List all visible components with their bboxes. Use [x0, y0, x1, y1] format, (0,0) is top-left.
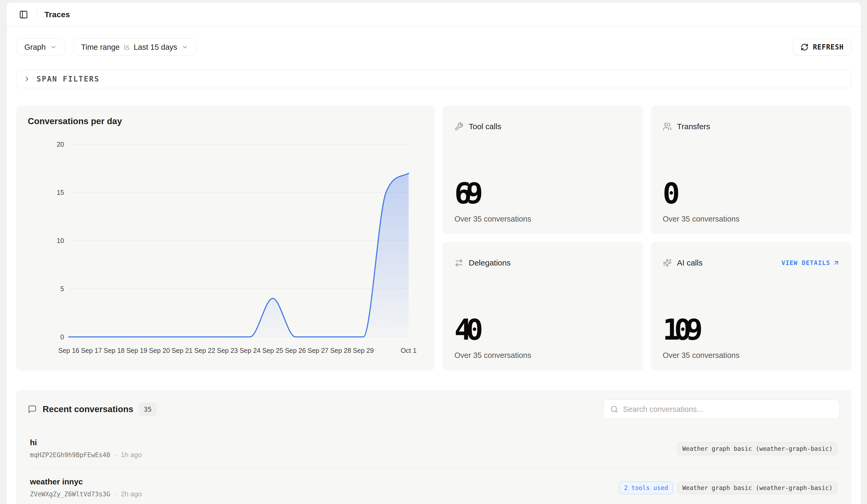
view-details-link[interactable]: VIEW DETAILS — [782, 259, 840, 266]
conversations-per-day-chart: 05101520Sep 16Sep 17Sep 18Sep 19Sep 20Se… — [28, 134, 423, 367]
svg-text:Sep 16: Sep 16 — [58, 347, 79, 354]
svg-text:20: 20 — [57, 141, 64, 148]
header-divider — [37, 9, 38, 20]
conversations-chart-card: Conversations per day 05101520Sep 16Sep … — [16, 106, 435, 370]
chart-title: Conversations per day — [28, 116, 423, 126]
span-filters-toggle[interactable]: SPAN FILTERS — [16, 69, 852, 88]
svg-text:5: 5 — [60, 285, 64, 292]
area-chart-svg: 05101520Sep 16Sep 17Sep 18Sep 19Sep 20Se… — [28, 134, 423, 367]
delegations-card: Delegations 40 Over 35 conversations — [443, 242, 643, 370]
stat-caption: Over 35 conversations — [663, 351, 840, 360]
span-filters-label: SPAN FILTERS — [36, 75, 99, 83]
wrench-icon — [454, 122, 463, 131]
search-conversations-box[interactable] — [603, 399, 840, 419]
svg-text:Sep 25: Sep 25 — [262, 347, 283, 354]
stat-caption: Over 35 conversations — [454, 351, 631, 360]
time-range-operator: is — [124, 43, 129, 52]
svg-text:Sep 22: Sep 22 — [194, 347, 215, 354]
stat-caption: Over 35 conversations — [663, 215, 840, 223]
view-mode-label: Graph — [24, 43, 46, 52]
svg-text:Sep 28: Sep 28 — [330, 347, 351, 354]
stat-value: 69 — [454, 179, 631, 208]
arrow-up-right-icon — [833, 259, 840, 266]
sparkles-icon — [663, 258, 672, 267]
meta-separator: · — [114, 491, 116, 498]
refresh-button[interactable]: REFRESH — [793, 39, 852, 56]
tools-used-tag: 2 tools used — [619, 482, 673, 494]
conversation-row[interactable]: hi mqHZP2EGh9h9BpFEwEs40 · 1h ago Weathe… — [28, 429, 840, 468]
stat-caption: Over 35 conversations — [454, 215, 631, 223]
time-range-field: Time range — [81, 43, 120, 52]
top-header: Traces — [7, 2, 861, 27]
svg-text:Oct 1: Oct 1 — [401, 347, 417, 354]
refresh-label: REFRESH — [813, 43, 844, 51]
stats-grid: Tool calls 69 Over 35 conversations Tran… — [443, 106, 852, 370]
filter-toolbar: Graph Time range is Last 15 days REFRESH — [16, 39, 852, 56]
arrow-right-left-icon — [454, 258, 463, 267]
stat-value: 40 — [454, 315, 631, 344]
conversation-count-badge: 35 — [139, 403, 156, 416]
search-input[interactable] — [623, 405, 833, 414]
svg-text:Sep 17: Sep 17 — [81, 347, 102, 354]
refresh-icon — [801, 43, 809, 51]
recent-conversations-title: Recent conversations — [43, 404, 133, 414]
stat-value: 0 — [663, 179, 840, 208]
stat-value: 109 — [663, 315, 840, 344]
conversation-title: hi — [30, 438, 142, 447]
chevron-right-icon — [23, 75, 31, 83]
svg-text:Sep 29: Sep 29 — [353, 347, 374, 354]
time-range-dropdown[interactable]: Time range is Last 15 days — [73, 39, 197, 56]
tool-calls-card: Tool calls 69 Over 35 conversations — [443, 106, 643, 234]
chevron-down-icon — [50, 44, 57, 51]
view-mode-dropdown[interactable]: Graph — [16, 39, 65, 56]
meta-separator: · — [114, 451, 116, 459]
svg-text:0: 0 — [60, 333, 64, 341]
svg-text:Sep 19: Sep 19 — [126, 347, 147, 354]
svg-text:Sep 27: Sep 27 — [308, 347, 329, 354]
stat-label: Tool calls — [469, 122, 501, 131]
svg-text:10: 10 — [57, 237, 64, 244]
ai-calls-card: AI calls VIEW DETAILS 109 Over 35 conver… — [651, 242, 852, 370]
page-title: Traces — [44, 10, 70, 19]
sidebar-toggle-button[interactable] — [17, 8, 30, 21]
agent-tag: Weather graph basic (weather-graph-basic… — [677, 482, 838, 494]
main-panel: Traces Graph Time range is Last 15 days … — [6, 2, 861, 504]
conversation-time: 1h ago — [121, 451, 142, 459]
conversation-id: mqHZP2EGh9h9BpFEwEs40 — [30, 451, 110, 459]
conversation-list: hi mqHZP2EGh9h9BpFEwEs40 · 1h ago Weathe… — [28, 429, 840, 504]
chevron-down-icon — [182, 44, 189, 51]
transfers-card: Transfers 0 Over 35 conversations — [651, 106, 852, 234]
svg-text:Sep 20: Sep 20 — [149, 347, 170, 354]
svg-text:Sep 24: Sep 24 — [239, 347, 260, 354]
users-icon — [663, 122, 672, 131]
svg-text:Sep 21: Sep 21 — [171, 347, 192, 354]
conversation-time: 2h ago — [121, 490, 142, 498]
stat-label: AI calls — [677, 258, 703, 267]
stat-label: Delegations — [469, 258, 511, 267]
search-icon — [610, 405, 618, 413]
conversation-id: ZVeWXgZy_Z6WltVd73s3G — [30, 491, 110, 498]
conversation-row[interactable]: weather innyc ZVeWXgZy_Z6WltVd73s3G · 2h… — [28, 468, 840, 504]
agent-tag: Weather graph basic (weather-graph-basic… — [677, 442, 838, 455]
stat-label: Transfers — [677, 122, 710, 131]
message-square-icon — [28, 405, 37, 414]
svg-text:Sep 18: Sep 18 — [104, 347, 125, 354]
recent-conversations-panel: Recent conversations 35 hi mqHZP2EGh9h9B… — [16, 390, 852, 504]
time-range-value: Last 15 days — [133, 43, 177, 52]
svg-text:15: 15 — [57, 189, 64, 196]
conversation-title: weather innyc — [30, 477, 142, 486]
svg-text:Sep 26: Sep 26 — [285, 347, 306, 354]
panel-left-icon — [19, 10, 28, 19]
svg-text:Sep 23: Sep 23 — [217, 347, 238, 354]
